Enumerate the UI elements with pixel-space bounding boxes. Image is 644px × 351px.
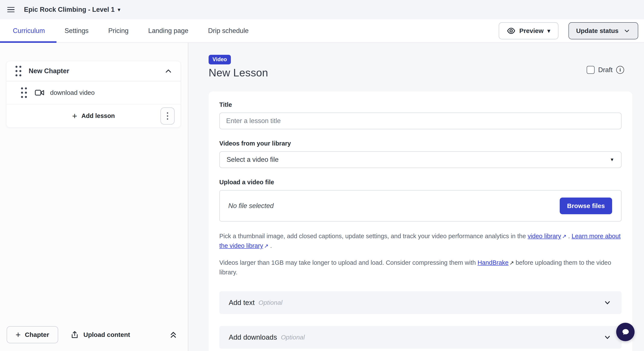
draft-toggle-group: Draft i xyxy=(587,66,624,74)
preview-button[interactable]: Preview ▾ xyxy=(499,22,558,40)
chevron-down-icon xyxy=(623,27,630,34)
upload-icon xyxy=(70,331,79,339)
tab-curriculum[interactable]: Curriculum xyxy=(13,27,45,35)
lesson-editor: Video New Lesson Draft i Title Videos fr… xyxy=(188,43,644,351)
content: New Chapter download video xyxy=(0,43,644,351)
optional-label: Optional xyxy=(281,334,305,341)
video-library-select[interactable]: Select a video file ▼ xyxy=(219,151,622,168)
add-text-label: Add text xyxy=(229,298,254,307)
collapse-all-button[interactable] xyxy=(168,330,178,340)
browse-files-button[interactable]: Browse files xyxy=(560,198,612,214)
topbar: Epic Rock Climbing - Level 1 ▾ xyxy=(0,0,644,19)
nav-actions: Preview ▾ Update status xyxy=(499,22,638,40)
lesson-title: download video xyxy=(50,89,95,96)
add-chapter-button[interactable]: + Chapter xyxy=(7,326,58,343)
tab-drip-schedule[interactable]: Drip schedule xyxy=(208,27,249,35)
chevron-down-icon xyxy=(603,332,612,342)
add-downloads-section[interactable]: Add downloads Optional xyxy=(219,326,622,349)
video-library-label: Videos from your library xyxy=(219,140,622,147)
video-library-help-text: Pick a thumbnail image, add closed capti… xyxy=(219,231,622,250)
update-status-label: Update status xyxy=(576,27,618,34)
upload-content-label: Upload content xyxy=(84,331,130,338)
optional-label: Optional xyxy=(258,299,282,306)
lesson-header: Video New Lesson Draft i xyxy=(208,55,633,79)
active-tab-underline xyxy=(0,41,56,43)
compression-help-text: Videos larger than 1GB may take longer t… xyxy=(219,258,622,277)
drag-handle-icon[interactable] xyxy=(14,64,23,78)
add-chapter-label: Chapter xyxy=(25,331,49,338)
external-link-icon: ↗ xyxy=(562,232,566,240)
lesson-form-card: Title Videos from your library Select a … xyxy=(208,92,632,351)
add-lesson-button[interactable]: + Add lesson xyxy=(72,112,115,120)
lesson-title-input[interactable] xyxy=(219,112,622,129)
eye-icon xyxy=(507,26,516,35)
app: Epic Rock Climbing - Level 1 ▾ Curriculu… xyxy=(0,0,644,351)
draft-label: Draft xyxy=(598,66,612,74)
video-library-select-value: Select a video file xyxy=(226,156,278,164)
add-lesson-label: Add lesson xyxy=(82,112,115,120)
title-label: Title xyxy=(219,101,622,108)
lesson-type-badge: Video xyxy=(208,55,231,64)
add-downloads-label: Add downloads xyxy=(229,333,277,341)
update-status-button[interactable]: Update status xyxy=(568,22,638,40)
page-title: New Lesson xyxy=(208,66,268,79)
video-camera-icon xyxy=(35,89,44,96)
upload-content-button[interactable]: Upload content xyxy=(70,331,130,339)
chevron-down-icon xyxy=(603,298,612,307)
menu-icon[interactable] xyxy=(5,4,17,16)
chapter-header: New Chapter xyxy=(6,61,180,81)
plus-icon: + xyxy=(72,112,77,120)
no-file-text: No file selected xyxy=(228,202,274,210)
add-text-section[interactable]: Add text Optional xyxy=(219,291,622,314)
tab-landing-page[interactable]: Landing page xyxy=(148,27,188,35)
preview-label: Preview xyxy=(519,27,544,34)
caret-down-icon: ▾ xyxy=(118,7,120,12)
select-caret-icon: ▼ xyxy=(610,157,614,162)
tabbar: Curriculum Settings Pricing Landing page… xyxy=(0,19,644,43)
double-chevron-up-icon xyxy=(168,330,178,340)
chapter-menu-button[interactable] xyxy=(160,108,174,124)
file-upload-dropzone: No file selected Browse files xyxy=(219,190,622,222)
course-title-dropdown[interactable]: Epic Rock Climbing - Level 1 ▾ xyxy=(24,6,120,14)
curriculum-sidebar: New Chapter download video xyxy=(0,43,188,351)
tab-pricing[interactable]: Pricing xyxy=(108,27,128,35)
chat-bubble-icon xyxy=(620,326,631,338)
draft-checkbox[interactable] xyxy=(587,66,594,74)
chat-widget-button[interactable] xyxy=(616,323,634,341)
external-link-icon: ↗ xyxy=(510,259,514,267)
handbrake-link[interactable]: HandBrake xyxy=(478,259,508,266)
external-link-icon: ↗ xyxy=(264,242,268,250)
sidebar-footer: + Chapter Upload content xyxy=(0,318,188,351)
drag-handle-icon[interactable] xyxy=(20,86,28,99)
course-title: Epic Rock Climbing - Level 1 xyxy=(24,6,115,14)
chapter-card: New Chapter download video xyxy=(6,61,181,128)
upload-video-label: Upload a video file xyxy=(219,179,622,186)
kebab-icon xyxy=(167,112,168,114)
tab-settings[interactable]: Settings xyxy=(64,27,88,35)
lesson-item[interactable]: download video xyxy=(6,81,180,104)
plus-icon: + xyxy=(16,330,20,339)
info-icon[interactable]: i xyxy=(616,66,624,74)
tabs: Curriculum Settings Pricing Landing page… xyxy=(13,19,268,42)
chapter-title: New Chapter xyxy=(29,67,69,75)
video-library-link[interactable]: video library xyxy=(528,233,561,240)
chapter-collapse-button[interactable] xyxy=(164,66,173,76)
caret-down-icon: ▾ xyxy=(548,28,550,34)
add-lesson-row: + Add lesson xyxy=(6,104,180,127)
